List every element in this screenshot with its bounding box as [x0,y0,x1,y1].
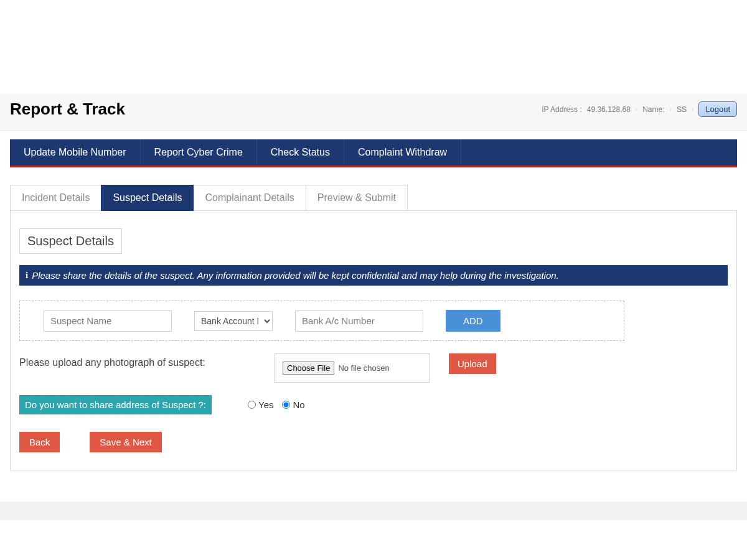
tab-incident-details[interactable]: Incident Details [10,185,101,211]
nav-update-mobile[interactable]: Update Mobile Number [10,139,141,166]
file-status-text: No file chosen [338,363,389,373]
suspect-input-row: Bank Account Number ADD [19,301,624,341]
back-button[interactable]: Back [19,432,60,452]
ip-value: 49.36.128.68 [587,105,631,114]
radio-yes-label[interactable]: Yes [248,399,273,410]
main-nav: Update Mobile Number Report Cyber Crime … [10,139,737,167]
nav-report-cyber-crime[interactable]: Report Cyber Crime [141,139,257,166]
content-area: Incident Details Suspect Details Complai… [0,172,747,483]
account-type-select[interactable]: Bank Account Number [194,311,273,331]
footer-strip [0,502,747,520]
page-title: Report & Track [10,100,125,119]
share-address-radio-group: Yes No [248,399,305,410]
ip-label: IP Address : [542,105,581,114]
bank-account-input[interactable] [295,310,423,332]
upload-button[interactable]: Upload [449,353,496,374]
add-button[interactable]: ADD [446,310,500,332]
tab-preview-submit[interactable]: Preview & Submit [306,185,408,211]
chevron-right-icon: › [636,106,637,113]
tab-suspect-details[interactable]: Suspect Details [101,185,194,211]
upload-label: Please upload any photograph of suspect: [19,353,256,368]
nav-complaint-withdraw[interactable]: Complaint Withdraw [344,139,461,166]
step-tabs: Incident Details Suspect Details Complai… [10,185,737,211]
logout-button[interactable]: Logout [698,101,737,117]
save-next-button[interactable]: Save & Next [90,432,161,452]
header-meta: IP Address : 49.36.128.68 › Name: › SS ›… [542,101,737,117]
radio-no-label[interactable]: No [282,399,304,410]
file-input-box: Choose File No file chosen [275,353,430,383]
chevron-right-icon: › [692,106,693,113]
upload-row: Please upload any photograph of suspect:… [19,353,728,383]
radio-no[interactable] [282,401,290,409]
suspect-name-input[interactable] [44,310,172,332]
tab-complainant-details[interactable]: Complainant Details [194,185,306,211]
radio-no-text: No [293,399,304,410]
radio-yes-text: Yes [258,399,273,410]
nav-check-status[interactable]: Check Status [257,139,344,166]
name-value: SS [677,105,687,114]
choose-file-button[interactable]: Choose File [283,362,334,375]
info-banner: i Please share the details of the suspec… [19,265,728,286]
info-text: Please share the details of the suspect.… [32,270,559,281]
top-empty-region [0,0,747,93]
info-icon: i [26,270,28,281]
name-label: Name: [642,105,664,114]
chevron-right-icon: › [670,106,672,113]
page-header: Report & Track IP Address : 49.36.128.68… [0,93,747,131]
radio-yes[interactable] [248,401,256,409]
address-share-row: Do you want to share address of Suspect … [19,395,728,414]
action-button-row: Back Save & Next [19,432,728,452]
bottom-spacer [0,483,747,502]
share-address-question: Do you want to share address of Suspect … [19,395,212,414]
section-heading: Suspect Details [19,228,122,254]
form-panel: Suspect Details i Please share the detai… [10,210,737,470]
main-nav-wrap: Update Mobile Number Report Cyber Crime … [0,131,747,172]
